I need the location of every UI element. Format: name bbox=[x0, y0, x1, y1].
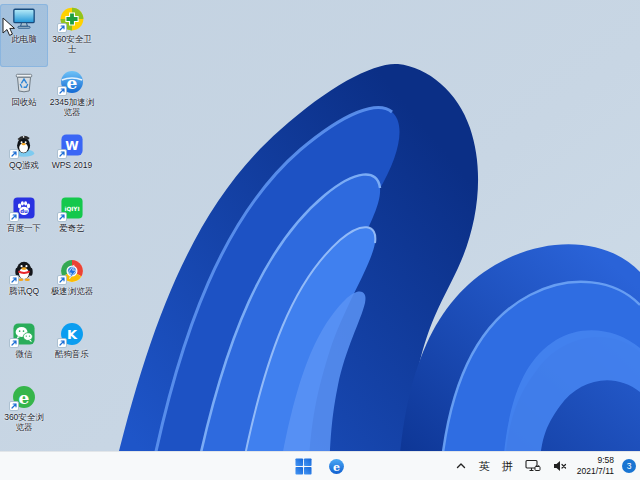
shortcut-arrow-icon bbox=[57, 338, 67, 348]
network-icon[interactable] bbox=[523, 457, 543, 475]
tencent-qq-icon bbox=[11, 258, 37, 284]
desktop-icon-label: 爱奇艺 bbox=[59, 223, 85, 233]
desktop-icon-label: 360安全卫士 bbox=[48, 34, 96, 54]
qq-games-icon bbox=[11, 132, 37, 158]
shortcut-arrow-icon bbox=[9, 275, 19, 285]
desktop-icon-360-safe[interactable]: 360安全卫士 bbox=[48, 4, 96, 67]
speed-browser-icon bbox=[59, 258, 85, 284]
shortcut-arrow-icon bbox=[9, 338, 19, 348]
desktop-icon-label: 360安全浏览器 bbox=[0, 412, 48, 432]
desktop-icon-recycle-bin[interactable]: 回收站 bbox=[0, 67, 48, 130]
360-safe-icon bbox=[59, 6, 85, 32]
windows-logo-icon bbox=[295, 458, 312, 475]
desktop-icon-2345-browser[interactable]: e 2345加速浏览器 bbox=[48, 67, 96, 130]
shortcut-arrow-icon bbox=[9, 401, 19, 411]
volume-muted-icon[interactable] bbox=[551, 458, 569, 474]
desktop-icon-label: 酷狗音乐 bbox=[55, 349, 89, 359]
mouse-cursor-icon bbox=[2, 17, 16, 37]
baidu-icon: du bbox=[11, 195, 37, 221]
desktop-icon-wechat[interactable]: 微信 bbox=[0, 319, 48, 382]
desktop: 此电脑 回收站 QQ游戏 du 百度一下 腾讯QQ 微信 e 360安全浏览器 … bbox=[0, 0, 640, 480]
taskbar: e 英 拼 bbox=[0, 451, 640, 480]
desktop-icon-label: 极速浏览器 bbox=[51, 286, 94, 296]
desktop-icon-wps-2019[interactable]: W WPS 2019 bbox=[48, 130, 96, 193]
svg-text:e: e bbox=[19, 388, 30, 408]
desktop-icon-label: 腾讯QQ bbox=[9, 286, 39, 296]
shortcut-arrow-icon bbox=[57, 275, 67, 285]
2345-browser-icon: e bbox=[59, 69, 85, 95]
desktop-icon-kugou[interactable]: K 酷狗音乐 bbox=[48, 319, 96, 382]
ime-mode-indicator[interactable]: 拼 bbox=[500, 458, 515, 475]
start-button[interactable] bbox=[293, 456, 314, 477]
desktop-icon-label: QQ游戏 bbox=[9, 160, 39, 170]
shortcut-arrow-icon bbox=[57, 212, 67, 222]
shortcut-arrow-icon bbox=[57, 86, 67, 96]
desktop-icon-iqiyi[interactable]: iQIYI 爱奇艺 bbox=[48, 193, 96, 256]
desktop-icon-baidu[interactable]: du 百度一下 bbox=[0, 193, 48, 256]
notification-badge[interactable]: 3 bbox=[622, 459, 636, 473]
svg-text:e: e bbox=[67, 73, 78, 93]
desktop-icon-speed-browser[interactable]: 极速浏览器 bbox=[48, 256, 96, 319]
shortcut-arrow-icon bbox=[57, 149, 67, 159]
taskbar-center: e bbox=[293, 456, 347, 477]
clock-date: 2021/7/11 bbox=[577, 466, 614, 477]
recycle-bin-icon bbox=[11, 69, 37, 95]
shortcut-arrow-icon bbox=[57, 23, 67, 33]
desktop-icon-360-browser[interactable]: e 360安全浏览器 bbox=[0, 382, 48, 445]
browser-e-icon: e bbox=[328, 458, 345, 475]
wps-2019-icon: W bbox=[59, 132, 85, 158]
desktop-icon-label: 回收站 bbox=[11, 97, 37, 107]
360-browser-icon: e bbox=[11, 384, 37, 410]
svg-text:du: du bbox=[20, 208, 28, 214]
desktop-icon-tencent-qq[interactable]: 腾讯QQ bbox=[0, 256, 48, 319]
svg-text:iQIYI: iQIYI bbox=[64, 206, 79, 212]
desktop-icon-label: 百度一下 bbox=[7, 223, 41, 233]
desktop-icon-label: 微信 bbox=[16, 349, 33, 359]
taskbar-clock[interactable]: 9:58 2021/7/11 bbox=[577, 455, 614, 477]
system-tray: 英 拼 9:58 2021/7/11 3 bbox=[453, 452, 636, 480]
svg-text:W: W bbox=[65, 139, 79, 153]
svg-text:e: e bbox=[333, 460, 340, 473]
shortcut-arrow-icon bbox=[9, 212, 19, 222]
browser-e-taskbar-button[interactable]: e bbox=[326, 456, 347, 477]
wechat-icon bbox=[11, 321, 37, 347]
desktop-icon-grid: 此电脑 回收站 QQ游戏 du 百度一下 腾讯QQ 微信 e 360安全浏览器 … bbox=[0, 4, 96, 445]
desktop-icon-label: 2345加速浏览器 bbox=[48, 97, 96, 117]
tray-chevron-up-icon[interactable] bbox=[453, 458, 469, 474]
shortcut-arrow-icon bbox=[9, 149, 19, 159]
wallpaper-windows11-bloom bbox=[0, 0, 640, 480]
desktop-icon-label: WPS 2019 bbox=[52, 160, 93, 170]
ime-language-indicator[interactable]: 英 bbox=[477, 458, 492, 475]
svg-text:K: K bbox=[67, 327, 78, 342]
desktop-icon-qq-games[interactable]: QQ游戏 bbox=[0, 130, 48, 193]
clock-time: 9:58 bbox=[597, 455, 614, 466]
kugou-icon: K bbox=[59, 321, 85, 347]
iqiyi-icon: iQIYI bbox=[59, 195, 85, 221]
